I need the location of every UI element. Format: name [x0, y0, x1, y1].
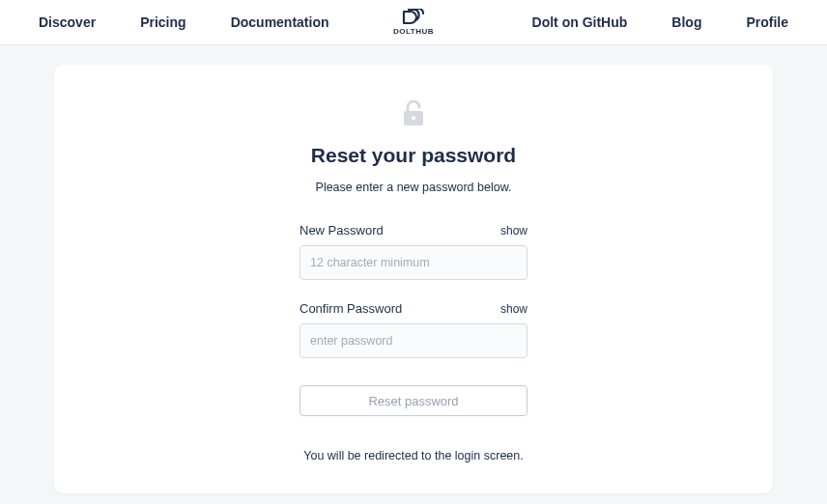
unlock-icon	[401, 99, 426, 130]
nav-pricing[interactable]: Pricing	[140, 14, 185, 30]
new-password-show-toggle[interactable]: show	[500, 224, 528, 238]
main-content: Reset your password Please enter a new p…	[0, 45, 827, 493]
reset-password-card: Reset your password Please enter a new p…	[54, 65, 773, 493]
nav-blog[interactable]: Blog	[671, 14, 701, 30]
svg-point-1	[412, 116, 415, 120]
nav-discover[interactable]: Discover	[39, 14, 96, 30]
new-password-field: New Password show	[299, 223, 528, 280]
nav-left-group: Discover Pricing Documentation	[39, 14, 345, 30]
nav-documentation[interactable]: Documentation	[231, 14, 329, 30]
nav-dolt-github[interactable]: Dolt on GitHub	[532, 14, 628, 30]
top-nav: Discover Pricing Documentation DOLTHUB D…	[0, 0, 827, 45]
reset-password-form: New Password show Confirm Password show …	[299, 223, 528, 416]
page-subtitle: Please enter a new password below.	[316, 181, 512, 194]
nav-right-group: Dolt on GitHub Blog Profile	[482, 14, 788, 30]
new-password-label: New Password	[299, 223, 384, 238]
nav-profile[interactable]: Profile	[746, 14, 788, 30]
confirm-password-show-toggle[interactable]: show	[500, 302, 528, 316]
dolthub-logo-icon	[401, 9, 426, 26]
new-password-input[interactable]	[299, 245, 528, 280]
page-title: Reset your password	[311, 144, 516, 167]
brand-name: DOLTHUB	[393, 27, 434, 36]
confirm-password-label: Confirm Password	[299, 301, 402, 316]
confirm-password-input[interactable]	[299, 323, 528, 358]
reset-password-button[interactable]: Reset password	[299, 385, 528, 416]
redirect-note: You will be redirected to the login scre…	[303, 449, 523, 462]
confirm-password-field: Confirm Password show	[299, 301, 528, 358]
brand-logo[interactable]: DOLTHUB	[393, 9, 434, 36]
